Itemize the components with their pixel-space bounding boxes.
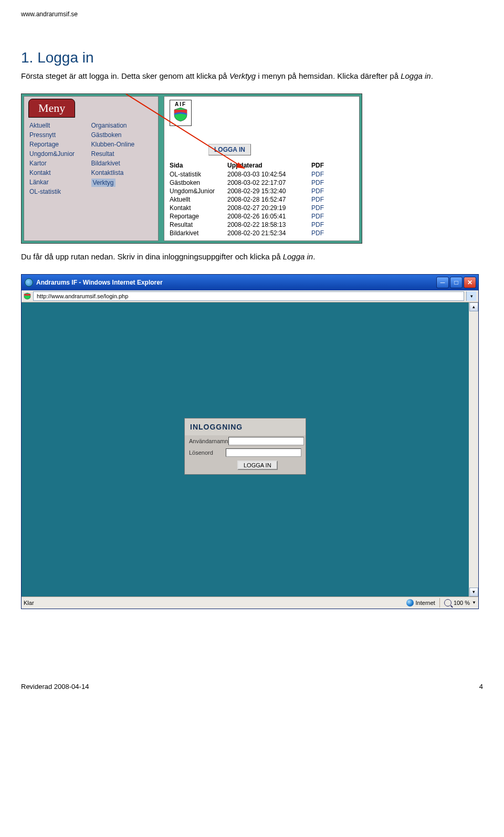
menu-item[interactable]: Kontakt	[29, 168, 91, 177]
table-cell: 2008-03-03 10:42:54	[227, 170, 311, 179]
screenshot-browser: Andrarums IF - Windows Internet Explorer…	[21, 274, 479, 609]
status-zone: Internet	[416, 600, 435, 606]
magnifier-icon	[444, 599, 452, 606]
pdf-link[interactable]: PDF	[311, 229, 340, 237]
header-url: www.andrarumsif.se	[21, 11, 483, 18]
table-cell: Resultat	[170, 221, 227, 229]
table-cell: Reportage	[170, 212, 227, 221]
menu-item[interactable]: Bildarkivet	[91, 159, 153, 168]
globe-icon	[406, 599, 414, 606]
login-heading: INLOGGNING	[185, 418, 306, 435]
table-cell: 2008-02-22 18:58:13	[227, 221, 311, 229]
pdf-link[interactable]: PDF	[311, 204, 340, 212]
intro-paragraph: Första steget är att logga in. Detta ske…	[21, 70, 483, 82]
login-submit-button[interactable]: LOGGA IN	[237, 461, 278, 470]
page-heading: 1. Logga in	[21, 49, 483, 66]
footer-revised: Reviderad 2008-04-14	[21, 683, 89, 690]
mid-paragraph: Du får då upp rutan nedan. Skriv in dina…	[21, 251, 483, 263]
menu-item[interactable]: Pressnytt	[29, 130, 91, 140]
shield-icon	[174, 107, 187, 122]
table-cell: Bildarkivet	[170, 229, 227, 237]
zoom-value: 100 %	[454, 600, 470, 606]
menu-item[interactable]: Länkar	[29, 177, 91, 187]
svg-rect-2	[24, 294, 30, 296]
menu-item[interactable]: Aktuellt	[29, 121, 91, 130]
address-input[interactable]: http://www.andrarumsif.se/login.php	[33, 291, 464, 301]
menu-item[interactable]: Reportage	[29, 140, 91, 149]
table-cell: 2008-02-20 21:52:34	[227, 229, 311, 237]
window-titlebar: Andrarums IF - Windows Internet Explorer…	[22, 275, 478, 290]
pdf-link[interactable]: PDF	[311, 187, 340, 195]
menu-panel: Meny AktuelltPressnyttReportageUngdom&Ju…	[24, 96, 159, 241]
menu-item[interactable]: Gästboken	[91, 130, 153, 140]
screenshot-menu: Meny AktuelltPressnyttReportageUngdom&Ju…	[21, 93, 362, 244]
username-label: Användarnamn	[189, 438, 228, 444]
menu-title: Meny	[28, 99, 75, 118]
intro-italic-2: Logga in	[401, 71, 431, 80]
mid-text-1: Du får då upp rutan nedan. Skriv in dina…	[21, 252, 283, 261]
pdf-link[interactable]: PDF	[311, 221, 340, 229]
table-cell: Ungdom&Junior	[170, 187, 227, 195]
menu-item[interactable]: Resultat	[91, 149, 153, 159]
table-cell: 2008-02-29 15:32:40	[227, 187, 311, 195]
favicon-icon	[24, 292, 31, 300]
table-cell: 2008-02-28 16:52:47	[227, 195, 311, 204]
zoom-dropdown-icon[interactable]: ▼	[472, 600, 476, 605]
content-panel: AIF LOGGA IN SidaUppdateradPDFOL-statist…	[164, 96, 360, 241]
username-input[interactable]	[228, 437, 304, 445]
address-dropdown-icon[interactable]: ▾	[466, 291, 476, 301]
ie-icon	[25, 278, 33, 287]
menu-item[interactable]: Kartor	[29, 159, 91, 168]
intro-text-2: i menyn på hemsidan. Klicka därefter på	[256, 71, 401, 80]
pdf-link[interactable]: PDF	[311, 212, 340, 221]
window-title: Andrarums IF - Windows Internet Explorer	[36, 279, 163, 286]
mid-italic: Logga in	[283, 252, 313, 261]
menu-item[interactable]: Organisation	[91, 121, 153, 130]
table-cell: Kontakt	[170, 204, 227, 212]
aif-logo: AIF	[170, 100, 192, 126]
intro-text-1: Första steget är att logga in. Detta ske…	[21, 71, 229, 80]
pdf-link[interactable]: PDF	[311, 170, 340, 179]
close-button[interactable]: ✕	[464, 277, 476, 288]
aif-logo-text: AIF	[175, 101, 186, 107]
password-input[interactable]	[226, 448, 301, 457]
status-bar: Klar Internet 100 % ▼	[22, 597, 478, 609]
password-label: Lösenord	[189, 449, 226, 456]
table-cell: 2008-02-26 16:05:41	[227, 212, 311, 221]
login-panel: INLOGGNING Användarnamn Lösenord LOGGA I…	[184, 418, 306, 475]
address-text: http://www.andrarumsif.se/login.php	[37, 293, 128, 299]
menu-item[interactable]: Ungdom&Junior	[29, 149, 91, 159]
menu-item[interactable]: Verktyg	[91, 177, 153, 188]
pdf-link[interactable]: PDF	[311, 179, 340, 187]
mid-text-2: .	[313, 252, 315, 261]
intro-text-3: .	[431, 71, 433, 80]
intro-italic-1: Verktyg	[229, 71, 256, 80]
minimize-button[interactable]: ─	[436, 277, 449, 288]
status-ready: Klar	[24, 600, 34, 606]
scroll-down-button[interactable]: ▾	[469, 588, 478, 597]
scroll-up-button[interactable]: ▴	[469, 302, 478, 311]
table-cell: Aktuellt	[170, 195, 227, 204]
table-header: PDF	[311, 161, 340, 170]
table-cell: 2008-03-02 22:17:07	[227, 179, 311, 187]
table-cell: OL-statistik	[170, 170, 227, 179]
zoom-control[interactable]: 100 % ▼	[439, 598, 476, 608]
maximize-button[interactable]: □	[450, 277, 463, 288]
table-cell: 2008-02-27 20:29:19	[227, 204, 311, 212]
browser-viewport: ▴ ▾ INLOGGNING Användarnamn Lösenord LOG…	[22, 302, 478, 597]
footer-page-number: 4	[479, 683, 483, 690]
pdf-link[interactable]: PDF	[311, 195, 340, 204]
table-header: Uppdaterad	[227, 161, 311, 170]
address-bar: http://www.andrarumsif.se/login.php ▾	[22, 290, 478, 302]
table-cell: Gästboken	[170, 179, 227, 187]
login-button[interactable]: LOGGA IN	[208, 144, 251, 155]
page-footer: Reviderad 2008-04-14 4	[21, 683, 483, 690]
table-header: Sida	[170, 161, 227, 170]
menu-item[interactable]: OL-statistik	[29, 187, 91, 196]
menu-item[interactable]: Klubben-Online	[91, 140, 153, 149]
menu-item[interactable]: Kontaktlista	[91, 168, 153, 177]
